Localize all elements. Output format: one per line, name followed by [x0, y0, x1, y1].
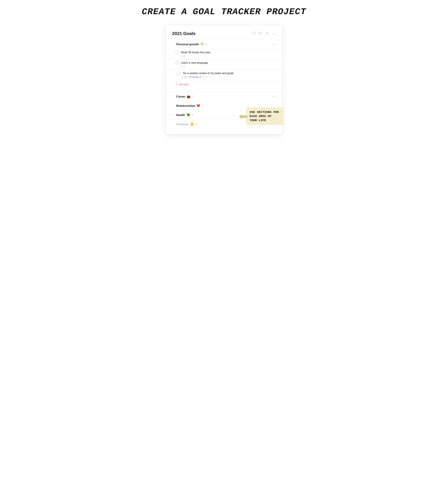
task-learn-language: Learn a new language 1 [166, 59, 282, 70]
chevron-right-icon[interactable]: › [172, 72, 175, 75]
section-name-relationships: Relationships [176, 104, 195, 108]
callout-box: Use sections for each area of your life [246, 107, 284, 125]
plus-icon: + [176, 82, 177, 86]
task-comment-learn-language[interactable]: 1 [181, 65, 185, 68]
svg-point-6 [272, 34, 273, 34]
chevron-right-health-icon: › [172, 114, 175, 116]
task-complete-weekly-review[interactable] [177, 72, 180, 75]
section-name-health: Health [176, 114, 185, 117]
comment-count-read-books: 1 [184, 55, 185, 57]
comment-count-weekly-review: 1 [206, 76, 207, 78]
subtask-count-weekly-review: 0/3 [181, 76, 187, 78]
callout-arrow-icon: ➡ [239, 111, 248, 122]
sort-icon[interactable] [266, 32, 269, 36]
section-more-career[interactable]: ••• [272, 95, 276, 98]
task-name-read-books: Read 30 books this year [181, 51, 210, 54]
card-header: 2021 Goals [166, 31, 282, 40]
section-career[interactable]: › Career 💼 7 ••• [166, 92, 282, 101]
task-read-books: Read 30 books this year 1 [166, 49, 282, 59]
section-more-personal-growth[interactable]: ••• [272, 43, 276, 46]
task-comment-read-books[interactable]: 1 [181, 55, 185, 57]
chevron-down-icon: ⌄ [172, 43, 175, 46]
more-options-icon[interactable] [272, 32, 276, 35]
repeat-icon: ↻ [200, 76, 201, 78]
subtask-fraction: 0/3 [184, 76, 187, 78]
chevron-right-relationships-icon: › [172, 105, 175, 107]
task-complete-learn-language[interactable] [176, 61, 179, 65]
section-count-health: 3 [192, 114, 193, 116]
gap-1 [166, 89, 282, 92]
section-emoji-career: 💼 [187, 95, 190, 98]
section-count-personal-growth: 6 [206, 43, 207, 46]
task-name-weekly-review: Do a weekly review of my tasks and goals [183, 72, 234, 75]
task-complete-read-books[interactable] [176, 51, 179, 54]
page-title: Create a Goal Tracker Project [142, 7, 306, 17]
task-weekly-review: › Do a weekly review of my tasks and goa… [166, 70, 282, 80]
section-count-career: 7 [192, 95, 193, 98]
section-emoji-finances: 🪙 [190, 122, 194, 126]
section-personal-growth[interactable]: ⌄ Personal growth 🌱 6 ••• [166, 40, 282, 49]
section-name-finances: Finances [176, 123, 189, 126]
project-title: 2021 Goals [172, 31, 195, 36]
svg-point-7 [274, 34, 274, 34]
svg-point-8 [275, 34, 276, 34]
svg-rect-12 [189, 76, 191, 78]
section-emoji-personal-growth: 🌱 [200, 42, 204, 46]
callout-text: Use sections for each area of your life [250, 110, 280, 122]
section-emoji-relationships: ❤️ [197, 104, 200, 108]
callout-wrapper: ➡ Use sections for each area of your lif… [239, 107, 284, 125]
section-emoji-health: 🥦 [186, 113, 190, 117]
chevron-right-finances-icon: › [172, 123, 175, 126]
header-icons [252, 32, 276, 36]
add-task-label: Add task [179, 83, 189, 86]
section-name-personal-growth: Personal growth [176, 43, 199, 46]
section-count-relationships: 7 [202, 104, 203, 107]
section-count-finances: 3 [195, 123, 197, 126]
comment-count-learn-language: 1 [184, 65, 185, 68]
comment-icon[interactable] [252, 32, 256, 36]
svg-point-0 [259, 32, 261, 33]
add-member-icon[interactable] [259, 32, 263, 36]
task-date-weekly-review[interactable]: Sunday ↻ [189, 76, 201, 78]
task-date-label: Sunday [192, 76, 199, 78]
task-name-learn-language: Learn a new language [181, 61, 208, 64]
add-task-button[interactable]: + Add task [166, 80, 282, 89]
app-card: 2021 Goals [166, 25, 282, 134]
chevron-right-career-icon: › [172, 95, 175, 98]
section-name-career: Career [176, 95, 185, 98]
task-comment-weekly-review[interactable]: 1 [203, 76, 207, 78]
